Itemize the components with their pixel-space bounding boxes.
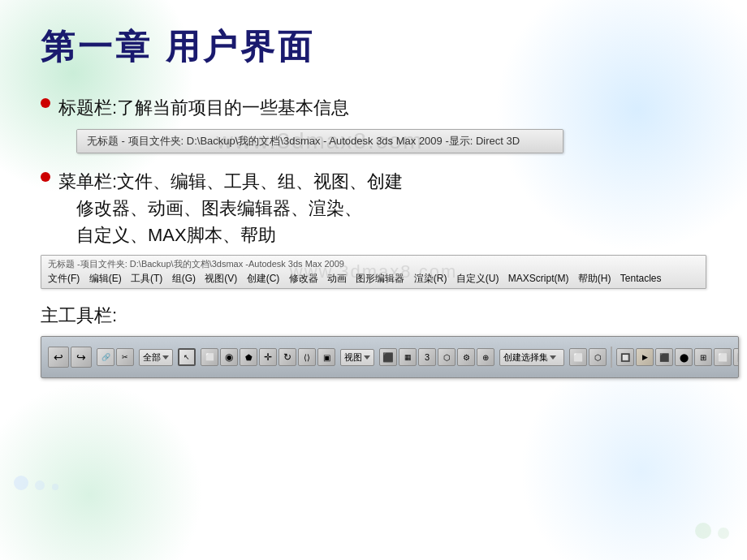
named-selection-arrow-icon — [550, 355, 556, 360]
menu-tools[interactable]: 工具(T) — [131, 272, 162, 286]
material-icon[interactable]: ⬡ — [589, 348, 607, 366]
menu-maxscript[interactable]: MAXScript(M) — [508, 273, 569, 284]
bullet-titlebar: 标题栏:了解当前项目的一些基本信息 — [41, 94, 706, 121]
render-to-icon[interactable]: ⬤ — [675, 348, 693, 366]
schematic-icon[interactable]: ⬜ — [569, 348, 587, 366]
menu-render[interactable]: 渲染(R) — [414, 272, 447, 286]
bullet-dot-titlebar — [41, 98, 50, 108]
menu-custom[interactable]: 自定义(U) — [456, 272, 499, 286]
menu-tentacles[interactable]: Tentacles — [620, 273, 662, 284]
section-titlebar: 标题栏:了解当前项目的一些基本信息 无标题 - 项目文件夹: D:\Backup… — [41, 94, 706, 153]
deco-circle-4 — [695, 523, 711, 539]
toolbar-section-label: 主工具栏: — [41, 304, 706, 328]
rotate-icon[interactable]: ↻ — [279, 348, 296, 366]
menu-file[interactable]: 文件(F) — [48, 272, 80, 286]
undo-icon[interactable]: ↩ — [48, 347, 69, 368]
selection-dropdown-label: 全部 — [143, 351, 161, 364]
viewport-dropdown[interactable]: 视图 — [340, 349, 374, 366]
toolbar-undo-group: ↩ ↪ — [48, 347, 92, 368]
scale-icon[interactable]: ⟨⟩ — [298, 348, 316, 366]
toolbar-misc-group: ⬛ ▦ 3 ⬡ ⚙ ⊕ — [379, 348, 494, 366]
array-icon[interactable]: ▦ — [399, 348, 417, 366]
render-scene-icon[interactable]: 🔲 — [616, 348, 634, 366]
menu-group[interactable]: 组(G) — [172, 272, 196, 286]
bullet-text-menubar-line3: 自定义、MAX脚本、帮助 — [76, 222, 403, 248]
named-selection-box[interactable]: 创建选择集 — [499, 349, 564, 366]
menu-view[interactable]: 视图(V) — [205, 272, 237, 286]
screenshot-toolbar: ↩ ↪ 🔗 ✂ 全部 ↖ ⬜ — [41, 336, 739, 378]
scale2-icon[interactable]: ▣ — [317, 348, 335, 366]
activeshade-icon[interactable]: ⊞ — [694, 348, 712, 366]
tb-sep-inner — [611, 347, 612, 368]
screenshot-menubar: 无标题 -项目文件夹: D:\Backup\我的文档\3dsmax -Autod… — [41, 255, 706, 289]
menu-help[interactable]: 帮助(H) — [578, 272, 611, 286]
menubar-items-row: 文件(F) 编辑(E) 工具(T) 组(G) 视图(V) 创建(C) 修改器 动… — [48, 272, 699, 286]
bullet-text-menubar-line1: 菜单栏:文件、编辑、工具、组、视图、创建 — [58, 168, 403, 195]
select-cursor-icon[interactable]: ↖ — [178, 348, 196, 366]
deco-circle-1 — [14, 476, 28, 490]
select-rect-icon[interactable]: ⬜ — [201, 348, 218, 366]
snap2-icon[interactable]: ⚙ — [457, 348, 475, 366]
bullet-dot-menubar — [41, 172, 50, 182]
bullet-text-menubar-line2: 修改器、动画、图表编辑器、渲染、 — [76, 195, 403, 222]
select-fence-icon[interactable]: ⬟ — [240, 348, 257, 366]
select-circle-icon[interactable]: ◉ — [220, 348, 238, 366]
deco-circle-5 — [718, 528, 729, 539]
redo-icon[interactable]: ↪ — [71, 347, 92, 368]
menubar-title-row: 无标题 -项目文件夹: D:\Backup\我的文档\3dsmax -Autod… — [48, 258, 699, 270]
snap-icon[interactable]: ⬡ — [438, 348, 456, 366]
toolbar-transform-group: ⬜ ◉ ⬟ ✛ ↻ ⟨⟩ ▣ — [201, 348, 335, 366]
layer-icon[interactable]: ⊕ — [477, 348, 494, 366]
deco-circles-bottomleft — [12, 474, 60, 495]
menu-modifier[interactable]: 修改器 — [289, 272, 318, 286]
render-type-icon[interactable]: ⬛ — [655, 348, 673, 366]
deco-circle-3 — [52, 484, 58, 490]
named-selection-label: 创建选择集 — [503, 351, 548, 364]
bullet-menubar: 菜单栏:文件、编辑、工具、组、视图、创建 修改器、动画、图表编辑器、渲染、 自定… — [41, 168, 706, 248]
slide-content: 第一章 用户界面 标题栏:了解当前项目的一些基本信息 无标题 - 项目文件夹: … — [0, 0, 747, 409]
toolbar-cursor-group: ↖ — [178, 348, 196, 366]
menu-graph[interactable]: 图形编辑器 — [356, 272, 404, 286]
titlebar-content: 无标题 - 项目文件夹: D:\Backup\我的文档\3dsmax - Aut… — [87, 135, 520, 147]
select-link-icon[interactable]: 🔗 — [97, 348, 114, 366]
section-menubar: 菜单栏:文件、编辑、工具、组、视图、创建 修改器、动画、图表编辑器、渲染、 自定… — [41, 168, 706, 289]
slide-title: 第一章 用户界面 — [41, 24, 706, 70]
menu-create[interactable]: 创建(C) — [247, 272, 280, 286]
viewport-dropdown-arrow-icon — [364, 355, 370, 360]
toolbar-final-group: ⬜ ⬡ 🔲 ▶ ⬛ ⬤ ⊞ ⬜ ⬛ — [569, 347, 739, 368]
env-icon[interactable]: ⬜ — [714, 348, 732, 366]
mirror-icon[interactable]: ⬛ — [379, 348, 397, 366]
move-icon[interactable]: ✛ — [259, 348, 277, 366]
deco-circles-bottomright — [693, 521, 731, 544]
bullet-text-titlebar: 标题栏:了解当前项目的一些基本信息 — [58, 94, 349, 121]
screenshot-titlebar: 无标题 - 项目文件夹: D:\Backup\我的文档\3dsmax - Aut… — [76, 129, 563, 153]
selection-dropdown[interactable]: 全部 — [139, 349, 173, 366]
menu-animation[interactable]: 动画 — [327, 272, 347, 286]
viewport-dropdown-label: 视图 — [344, 351, 362, 364]
deco-circle-2 — [35, 480, 45, 490]
dropdown-arrow-icon — [162, 355, 169, 360]
menu-edit[interactable]: 编辑(E) — [89, 272, 122, 286]
unlink-icon[interactable]: ✂ — [116, 348, 134, 366]
section-toolbar: 主工具栏: ↩ ↪ 🔗 ✂ 全部 ↖ — [41, 304, 706, 378]
align3-icon[interactable]: 3 — [418, 348, 436, 366]
toolbar-select-group: 🔗 ✂ — [97, 348, 134, 366]
effects-icon[interactable]: ⬛ — [733, 348, 739, 366]
quick-render-icon[interactable]: ▶ — [636, 348, 654, 366]
